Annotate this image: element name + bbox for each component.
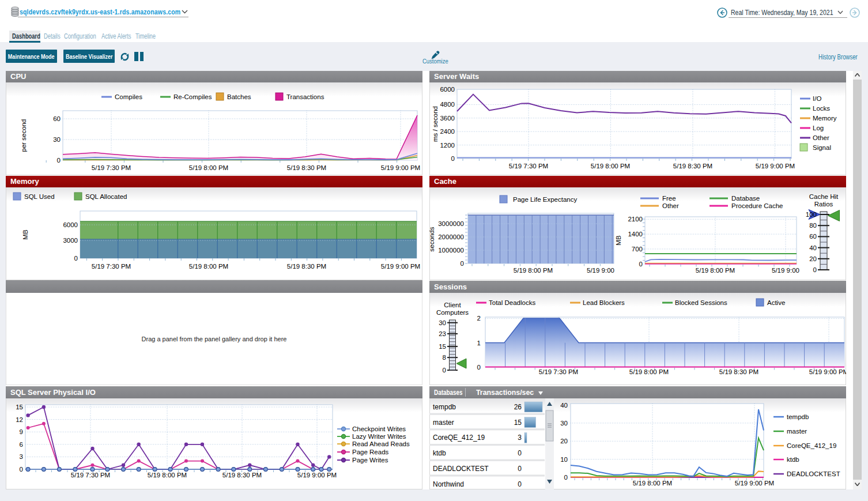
svg-text:1200: 1200 — [440, 142, 455, 149]
svg-text:3000000: 3000000 — [438, 220, 464, 227]
svg-text:Lazy Writer Writes: Lazy Writer Writes — [352, 433, 406, 440]
svg-text:SQL Allocated: SQL Allocated — [85, 193, 127, 200]
svg-text:40: 40 — [809, 244, 817, 251]
svg-text:MB: MB — [22, 229, 29, 240]
svg-text:SQL Used: SQL Used — [24, 193, 55, 200]
svg-text:5/19 8:30 PM: 5/19 8:30 PM — [222, 472, 262, 479]
svg-text:5/19 8:00 PM: 5/19 8:00 PM — [189, 164, 228, 171]
svg-text:CoreQE_412_19: CoreQE_412_19 — [433, 434, 485, 442]
svg-text:5/19 9:00 PM: 5/19 9:00 PM — [381, 263, 420, 270]
svg-text:30: 30 — [560, 420, 568, 427]
svg-text:master: master — [433, 419, 454, 427]
svg-text:5/19 7:30 PM: 5/19 7:30 PM — [92, 164, 131, 171]
svg-text:0: 0 — [443, 367, 446, 374]
svg-text:0: 0 — [461, 260, 464, 267]
svg-text:15: 15 — [439, 343, 446, 350]
svg-text:12: 12 — [16, 416, 23, 423]
svg-text:2400: 2400 — [440, 128, 455, 135]
svg-text:5/19 9:00 PM: 5/19 9:00 PM — [735, 480, 774, 487]
svg-text:5/19 7:30 PM: 5/19 7:30 PM — [71, 472, 110, 479]
svg-text:5/19 7:30 PM: 5/19 7:30 PM — [539, 368, 578, 375]
svg-text:5/19 9:00: 5/19 9:00 — [587, 267, 614, 274]
svg-text:5/19 8:30 PM: 5/19 8:30 PM — [673, 163, 712, 169]
svg-text:Procedure Cache: Procedure Cache — [731, 202, 783, 209]
svg-text:Memory: Memory — [813, 115, 837, 122]
svg-text:20: 20 — [560, 438, 568, 445]
svg-text:ktdb: ktdb — [433, 449, 446, 457]
svg-text:Free: Free — [662, 195, 676, 202]
svg-text:Signal: Signal — [813, 144, 831, 151]
svg-text:5/19 9:00 PM: 5/19 9:00 PM — [381, 164, 420, 171]
svg-text:1000000: 1000000 — [438, 247, 464, 254]
svg-text:Other: Other — [813, 134, 829, 141]
svg-text:Page Reads: Page Reads — [352, 449, 389, 455]
svg-text:2: 2 — [477, 315, 481, 322]
svg-text:5/19 8:00 PM: 5/19 8:00 PM — [591, 163, 630, 169]
svg-text:I/O: I/O — [813, 95, 821, 102]
svg-text:5/19 9:00 PM: 5/19 9:00 PM — [297, 472, 337, 479]
svg-text:0: 0 — [813, 266, 817, 273]
svg-text:Transactions: Transactions — [286, 93, 324, 100]
svg-text:Client: Client — [444, 302, 461, 308]
svg-text:3600: 3600 — [440, 115, 455, 122]
svg-text:3000: 3000 — [63, 237, 78, 244]
svg-text:Lead Blockers: Lead Blockers — [583, 299, 625, 306]
svg-text:2000000: 2000000 — [438, 233, 464, 240]
svg-text:DEADLOCKTEST: DEADLOCKTEST — [433, 465, 489, 473]
svg-text:10: 10 — [560, 456, 568, 463]
svg-text:Compiles: Compiles — [115, 93, 142, 100]
svg-text:26: 26 — [514, 403, 522, 411]
svg-text:9: 9 — [20, 428, 23, 435]
svg-text:Active: Active — [767, 299, 785, 306]
svg-text:5/19 8:00 PM: 5/19 8:00 PM — [514, 267, 553, 274]
svg-text:23: 23 — [439, 330, 446, 337]
svg-text:3: 3 — [20, 453, 23, 460]
svg-text:5/19 7:30 PM: 5/19 7:30 PM — [92, 263, 131, 270]
svg-text:5/19 9:00: 5/19 9:00 — [772, 267, 799, 274]
svg-text:5/19 8:00 PM: 5/19 8:00 PM — [148, 472, 187, 479]
svg-text:Batches: Batches — [227, 93, 251, 100]
svg-text:Re-Compiles: Re-Compiles — [173, 93, 212, 100]
svg-text:tempdb: tempdb — [787, 413, 809, 420]
svg-text:80: 80 — [809, 222, 817, 229]
svg-text:0: 0 — [518, 480, 522, 488]
svg-text:5/19 8:00 PM: 5/19 8:00 PM — [189, 263, 228, 270]
svg-text:0: 0 — [74, 255, 78, 262]
svg-text:5/19 8:00 PM: 5/19 8:00 PM — [629, 368, 669, 375]
svg-text:DEADLOCKTEST: DEADLOCKTEST — [787, 470, 840, 477]
svg-text:6000: 6000 — [440, 86, 455, 93]
svg-text:0: 0 — [451, 155, 455, 162]
svg-text:Page Life Expectancy: Page Life Expectancy — [513, 196, 577, 203]
svg-text:1400: 1400 — [628, 231, 643, 238]
svg-text:seconds: seconds — [429, 227, 435, 251]
svg-text:Other: Other — [662, 202, 679, 209]
svg-text:0: 0 — [564, 474, 568, 481]
svg-text:60: 60 — [809, 233, 817, 240]
svg-text:Log: Log — [813, 125, 824, 131]
svg-text:Blocked Sessions: Blocked Sessions — [675, 299, 727, 306]
svg-text:Computers: Computers — [436, 309, 469, 316]
svg-text:5/19 7:30 PM: 5/19 7:30 PM — [509, 163, 548, 169]
svg-text:100: 100 — [806, 211, 817, 218]
svg-text:Page Writes: Page Writes — [352, 457, 388, 464]
svg-text:MB: MB — [615, 235, 622, 246]
svg-text:4800: 4800 — [440, 101, 455, 108]
svg-text:6: 6 — [20, 441, 23, 448]
svg-text:0: 0 — [477, 364, 481, 371]
svg-text:5/19 8:30 PM: 5/19 8:30 PM — [287, 164, 326, 171]
svg-text:30: 30 — [53, 136, 61, 143]
svg-text:per second: per second — [20, 119, 27, 152]
svg-text:tempdb: tempdb — [433, 403, 456, 411]
svg-text:5/19 9:00 PM: 5/19 9:00 PM — [756, 163, 795, 169]
svg-text:ms / second: ms / second — [432, 106, 439, 142]
svg-text:master: master — [787, 428, 807, 435]
svg-text:5/19 8:00 PM: 5/19 8:00 PM — [633, 480, 672, 487]
svg-text:60: 60 — [53, 115, 61, 122]
svg-text:0: 0 — [20, 466, 23, 473]
svg-text:Database: Database — [731, 195, 760, 202]
svg-text:20: 20 — [809, 255, 817, 262]
svg-text:2100: 2100 — [628, 216, 643, 223]
svg-text:5/19 8:00 PM: 5/19 8:00 PM — [696, 267, 735, 274]
svg-text:3: 3 — [518, 434, 522, 442]
svg-text:40: 40 — [560, 402, 568, 409]
